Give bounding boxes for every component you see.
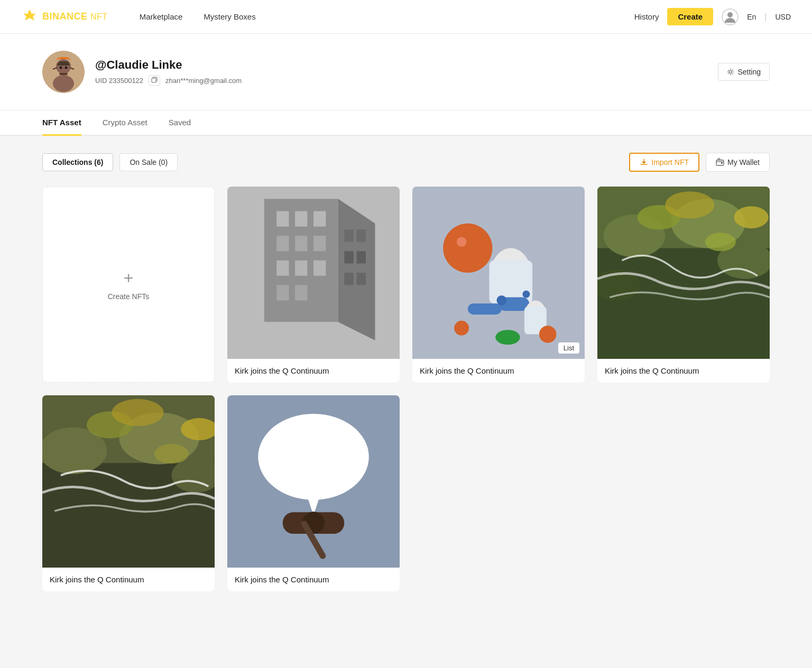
- nft-title-5: Kirk joins the Q Continuum: [235, 574, 392, 585]
- on-sale-filter[interactable]: On Sale (0): [119, 153, 178, 171]
- import-nft-button[interactable]: Import NFT: [629, 153, 699, 172]
- profile-info: @Claudie Linke UID 233500122 zhan***ming…: [95, 58, 242, 86]
- binance-logo-icon: [21, 8, 38, 25]
- profile-left: @Claudie Linke UID 233500122 zhan***ming…: [42, 51, 242, 93]
- nav-links: Marketplace Mystery Boxes: [140, 12, 634, 21]
- tab-saved[interactable]: Saved: [169, 110, 191, 136]
- nav-separator: |: [764, 12, 767, 22]
- uid-label: UID 233500122: [95, 77, 143, 85]
- create-button[interactable]: Create: [667, 8, 713, 25]
- nav-language[interactable]: En: [747, 13, 756, 21]
- gear-icon: [727, 68, 734, 76]
- svg-rect-6: [59, 73, 68, 75]
- nft-title-2: Kirk joins the Q Continuum: [420, 365, 577, 376]
- uid-copy-button[interactable]: [149, 75, 160, 86]
- nft-card-4[interactable]: Kirk joins the Q Continuum: [42, 395, 215, 591]
- svg-point-60: [734, 206, 768, 228]
- create-nft-label: Create NFTs: [108, 292, 150, 301]
- nft-image-2: List: [412, 187, 585, 359]
- svg-point-48: [495, 330, 520, 345]
- nft-image-5: [227, 395, 400, 568]
- svg-point-39: [457, 237, 467, 247]
- nft-info-5: Kirk joins the Q Continuum: [227, 568, 400, 591]
- plus-icon: +: [124, 268, 134, 288]
- svg-rect-43: [468, 303, 502, 314]
- svg-point-2: [727, 12, 733, 17]
- nft-card-1[interactable]: Kirk joins the Q Continuum: [227, 187, 400, 383]
- tab-nft-asset[interactable]: NFT Asset: [42, 110, 81, 136]
- svg-point-13: [730, 71, 732, 73]
- svg-point-61: [665, 191, 714, 218]
- nft-image-1: [227, 187, 400, 359]
- svg-marker-0: [23, 10, 36, 21]
- nft-info-1: Kirk joins the Q Continuum: [227, 359, 400, 383]
- nft-card-5[interactable]: Kirk joins the Q Continuum: [227, 395, 400, 591]
- download-icon: [640, 158, 648, 166]
- nft-info-3: Kirk joins the Q Continuum: [597, 359, 770, 383]
- svg-point-10: [65, 67, 68, 69]
- svg-point-49: [497, 295, 507, 305]
- nft-info-2: Kirk joins the Q Continuum: [412, 359, 585, 383]
- nft-image-3: [597, 187, 770, 359]
- svg-point-5: [53, 75, 74, 92]
- tabs-section: NFT Asset Crypto Asset Saved: [0, 110, 812, 136]
- filter-bar: Collections (6) On Sale (0) Import NFT M…: [42, 153, 770, 172]
- wallet-icon: [716, 158, 724, 166]
- user-icon[interactable]: [722, 8, 739, 25]
- email: zhan***ming@gmail.com: [165, 77, 242, 85]
- avatar: [42, 51, 85, 93]
- main-content: Collections (6) On Sale (0) Import NFT M…: [0, 136, 812, 668]
- logo-text: BINANCE NFT: [42, 11, 108, 22]
- nav-marketplace[interactable]: Marketplace: [140, 12, 183, 21]
- nft-info-4: Kirk joins the Q Continuum: [42, 568, 215, 591]
- nft-card-3[interactable]: Kirk joins the Q Continuum: [597, 187, 770, 383]
- nav-history[interactable]: History: [634, 12, 659, 21]
- svg-rect-15: [721, 162, 723, 164]
- nav-currency[interactable]: USD: [775, 13, 791, 21]
- svg-point-38: [443, 224, 492, 273]
- tabs: NFT Asset Crypto Asset Saved: [42, 110, 770, 135]
- svg-point-47: [454, 321, 469, 336]
- svg-point-9: [60, 67, 62, 69]
- nft-image-4: [42, 395, 215, 568]
- nft-title-1: Kirk joins the Q Continuum: [235, 365, 392, 376]
- list-badge: List: [558, 342, 579, 354]
- nav-right: History Create En | USD: [634, 8, 791, 25]
- svg-point-69: [154, 444, 189, 463]
- filter-left: Collections (6) On Sale (0): [42, 153, 178, 171]
- filter-right: Import NFT My Wallet: [629, 153, 770, 172]
- svg-rect-36: [227, 187, 400, 359]
- profile-meta: UID 233500122 zhan***ming@gmail.com: [95, 75, 242, 86]
- my-wallet-button[interactable]: My Wallet: [706, 153, 770, 172]
- collections-filter[interactable]: Collections (6): [42, 153, 113, 171]
- create-nft-card[interactable]: + Create NFTs: [42, 187, 215, 383]
- nav-mystery-boxes[interactable]: Mystery Boxes: [204, 12, 255, 21]
- logo[interactable]: BINANCE NFT: [21, 8, 108, 25]
- tab-crypto-asset[interactable]: Crypto Asset: [103, 110, 147, 136]
- nft-title-4: Kirk joins the Q Continuum: [50, 574, 207, 585]
- svg-point-50: [522, 291, 530, 298]
- svg-point-71: [112, 399, 164, 426]
- setting-label: Setting: [737, 68, 761, 76]
- setting-button[interactable]: Setting: [718, 63, 770, 81]
- nft-title-3: Kirk joins the Q Continuum: [605, 365, 762, 376]
- profile-name: @Claudie Linke: [95, 58, 242, 72]
- svg-point-73: [258, 414, 369, 500]
- svg-rect-12: [152, 78, 156, 82]
- navbar: BINANCE NFT Marketplace Mystery Boxes Hi…: [0, 0, 812, 34]
- nft-card-2[interactable]: List Kirk joins the Q Continuum: [412, 187, 585, 383]
- svg-point-46: [539, 326, 557, 343]
- svg-point-59: [705, 233, 736, 251]
- nft-grid: + Create NFTs: [42, 187, 770, 591]
- profile-section: @Claudie Linke UID 233500122 zhan***ming…: [0, 34, 812, 110]
- copy-icon: [151, 77, 158, 83]
